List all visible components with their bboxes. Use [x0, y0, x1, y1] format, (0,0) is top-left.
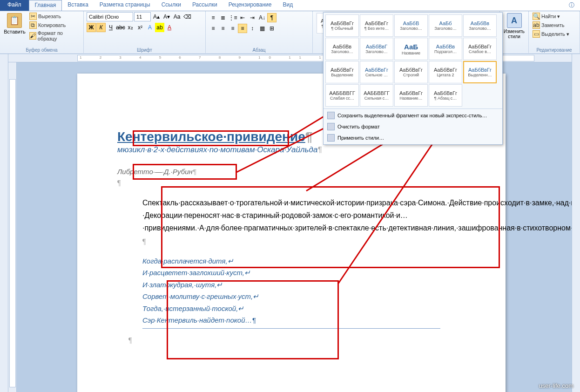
strike-button[interactable]: abc: [116, 23, 125, 32]
doc-body[interactable]: Спектакль·рассказывает·о·трогательной·и·…: [142, 196, 461, 235]
style-item[interactable]: АаБбВвГгВыделение: [325, 61, 359, 83]
tab-mailings[interactable]: Рассылки: [187, 0, 223, 11]
font-color-icon[interactable]: A: [165, 23, 174, 32]
clear-formatting[interactable]: Очистить формат: [324, 121, 502, 132]
vertical-ruler[interactable]: [8, 62, 17, 392]
superscript-button[interactable]: x²: [135, 23, 145, 32]
clear-format-icon: [327, 123, 335, 130]
apply-styles[interactable]: Применить стили…: [324, 132, 502, 143]
ribbon-help-icon[interactable]: ⓘ: [563, 0, 580, 11]
apply-styles-icon: [327, 134, 335, 142]
copy-icon: ⧉: [29, 21, 37, 29]
shrink-font-icon[interactable]: A▾: [162, 12, 171, 21]
indent-increase-icon[interactable]: ⇥: [248, 13, 257, 22]
style-item[interactable]: АаБбВвГг¶ Обычный: [325, 14, 359, 37]
doc-quote[interactable]: Когда·расплачется·дитя,↵И·расцветет·загл…: [117, 255, 465, 326]
doc-subtitle[interactable]: мюзикл·в·2-х·действиях·по·мотивам·Оскара…: [117, 145, 465, 155]
brush-icon: 🖌: [29, 32, 36, 40]
select-icon: ▭: [533, 30, 540, 38]
change-case-icon[interactable]: Aa: [172, 12, 182, 21]
group-font-label: Шрифт: [84, 47, 205, 53]
font-size-select[interactable]: [134, 12, 151, 21]
styles-popup: АаБбВвГг¶ ОбычныйАаБбВвГг¶ Без инте…АаБб…: [323, 12, 503, 145]
style-item[interactable]: АаБбЗаголово…: [429, 14, 462, 37]
borders-icon[interactable]: ⊞: [267, 24, 277, 33]
tab-home[interactable]: Главная: [29, 0, 62, 11]
style-item[interactable]: АаБбВЗаголово…: [394, 14, 428, 37]
replace-button[interactable]: abЗаменить: [532, 21, 570, 29]
tab-view[interactable]: Вид: [277, 0, 298, 11]
indent-decrease-icon[interactable]: ⇤: [238, 13, 247, 22]
tab-review[interactable]: Рецензирование: [223, 0, 277, 11]
line-spacing-icon[interactable]: ↕: [248, 24, 257, 33]
copy-button[interactable]: ⧉Копировать: [28, 21, 81, 29]
ruler-corner: [0, 54, 8, 392]
style-item[interactable]: АаБНазвание: [394, 38, 428, 60]
tab-insert[interactable]: Вставка: [62, 0, 94, 11]
styles-popup-actions: Сохранить выделенный фрагмент как новый …: [324, 108, 502, 144]
quote-divider: [142, 328, 440, 329]
paste-label: Вставить: [4, 29, 26, 34]
style-item[interactable]: АаБбВвГгСтрогий: [394, 61, 428, 83]
empty-para-2[interactable]: ¶: [142, 237, 465, 246]
grow-font-icon[interactable]: A▴: [152, 12, 161, 21]
change-styles-button[interactable]: A Изменить стили: [503, 12, 526, 40]
sort-icon[interactable]: A↓: [257, 13, 267, 22]
underline-button[interactable]: Ч: [106, 23, 115, 32]
empty-para[interactable]: ¶: [117, 179, 465, 187]
style-item[interactable]: ААББВВГГСильная с…: [360, 84, 393, 107]
cut-button[interactable]: ✂Вырезать: [28, 12, 81, 20]
group-editing: 🔍Найти ▾ abЗаменить ▭Выделить ▾ Редактир…: [529, 11, 580, 53]
align-center-icon[interactable]: ≡: [218, 24, 228, 33]
style-item[interactable]: АаБбВвГгСлабое в…: [463, 38, 497, 60]
style-item[interactable]: АаБбВвПодзагол…: [429, 38, 462, 60]
style-item[interactable]: АаБбВвГгЦитата 2: [429, 61, 462, 83]
find-icon: 🔍: [533, 13, 540, 20]
font-name-select[interactable]: [87, 12, 133, 21]
shading-icon[interactable]: ▦: [257, 24, 267, 33]
show-marks-icon[interactable]: ¶: [267, 13, 277, 22]
clear-format-icon[interactable]: ⌫: [182, 12, 192, 21]
highlight-icon[interactable]: ab: [155, 23, 164, 32]
find-button[interactable]: 🔍Найти ▾: [532, 12, 570, 20]
align-left-icon[interactable]: ≡: [209, 24, 218, 33]
italic-button[interactable]: К: [96, 23, 106, 32]
doc-title[interactable]: Кентервильское·привидение¶: [117, 129, 312, 144]
style-item[interactable]: АаБбВвГгНазвание…: [394, 84, 428, 107]
bullets-icon[interactable]: ≡: [209, 13, 218, 22]
vertical-scrollbar[interactable]: [572, 54, 580, 392]
group-paragraph: ≡ ≣ ⋮≡ ⇤ ⇥ A↓ ¶ ≡ ≡ ≡ ≡ ↕ ▦ ⊞: [206, 11, 313, 53]
select-button[interactable]: ▭Выделить ▾: [532, 30, 570, 38]
paste-button[interactable]: 📋 Вставить: [3, 12, 27, 35]
style-item[interactable]: АаБбВвЗаголово…: [325, 38, 359, 60]
change-styles-icon: A: [507, 13, 522, 28]
style-item[interactable]: АаБбВвГгВыделенн…: [463, 61, 497, 83]
style-item[interactable]: АаБбВвГг¶ Без инте…: [360, 14, 393, 37]
multilevel-icon[interactable]: ⋮≡: [228, 13, 237, 22]
text-effects-icon[interactable]: A: [145, 23, 155, 32]
style-item[interactable]: АаБбВвЗаголово…: [463, 14, 497, 37]
style-item[interactable]: АаБбВвГгСильное …: [360, 61, 393, 83]
format-painter-button[interactable]: 🖌Формат по образцу: [28, 30, 81, 42]
group-change-styles: A Изменить стили: [500, 11, 529, 53]
tab-references[interactable]: Ссылки: [156, 0, 187, 11]
replace-icon: ab: [533, 21, 540, 29]
empty-para-3[interactable]: ¶: [128, 336, 465, 345]
group-font: A▴ A▾ Aa ⌫ Ж К Ч abc x₂ x² A ab A Шри: [84, 11, 206, 53]
save-selection-style[interactable]: Сохранить выделенный фрагмент как новый …: [324, 110, 502, 121]
tab-file[interactable]: Файл: [0, 0, 29, 11]
save-style-icon: [327, 112, 335, 119]
style-item[interactable]: АаБбВвГЗаголово…: [360, 38, 393, 60]
style-item[interactable]: АаБбВвГг¶ Абзац с…: [429, 84, 462, 107]
justify-icon[interactable]: ≡: [238, 24, 247, 33]
tab-layout[interactable]: Разметка страницы: [94, 0, 156, 11]
bold-button[interactable]: Ж: [87, 23, 96, 32]
doc-author[interactable]: Либретто·—·Д.·Рубин¶: [117, 168, 196, 176]
group-clipboard: 📋 Вставить ✂Вырезать ⧉Копировать 🖌Формат…: [0, 11, 84, 53]
numbering-icon[interactable]: ≣: [218, 13, 228, 22]
style-item[interactable]: ААББВВГГСлабая сс…: [325, 84, 359, 107]
group-editing-label: Редактирование: [529, 47, 580, 53]
subscript-button[interactable]: x₂: [126, 23, 135, 32]
styles-popup-grid: АаБбВвГг¶ ОбычныйАаБбВвГг¶ Без инте…АаБб…: [324, 13, 502, 108]
align-right-icon[interactable]: ≡: [228, 24, 237, 33]
